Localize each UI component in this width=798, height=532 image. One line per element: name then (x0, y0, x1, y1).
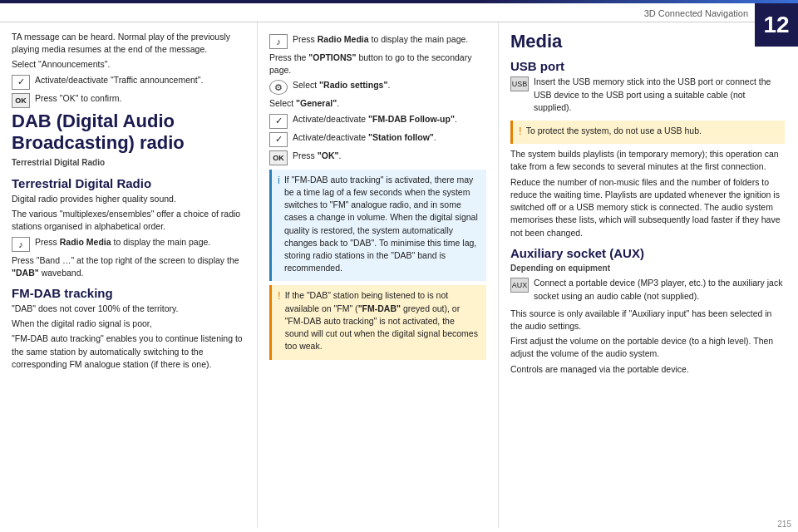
activate-fmdab-row: ✓ Activate/deactivate "FM-DAB Follow-up"… (269, 113, 486, 129)
warning-box-fmdab: ! If the "DAB" station being listened to… (269, 285, 486, 359)
ok-row: OK Press "OK" to confirm. (12, 92, 245, 108)
media-title: Media (510, 31, 785, 52)
info-icon: i (278, 173, 280, 188)
check-icon-fmdab: ✓ (269, 114, 288, 129)
middle-column: ♪ Press Radio Media to display the main … (258, 22, 499, 528)
aux-desc2: This source is only available if "Auxili… (510, 308, 785, 332)
aux-title: Auxiliary socket (AUX) (510, 246, 785, 260)
settings-icon: ⚙ (269, 80, 288, 95)
page-number: 215 (777, 520, 791, 528)
ok-icon-confirm: OK (12, 93, 30, 108)
press-ok-mid-row: OK Press "OK". (269, 150, 486, 165)
usb-icon: USB (510, 76, 529, 91)
traffic-row: ✓ Activate/deactivate "Traffic announcem… (12, 74, 245, 90)
activate-station-follow: Activate/deactivate "Station follow". (293, 131, 436, 144)
warning-text-fmdab: If the "DAB" station being listened to i… (285, 289, 480, 352)
warning-icon-usb: ! (519, 124, 522, 139)
select-radio-settings: Select "Radio settings". (293, 79, 390, 91)
fmdab-desc2: When the digital radio signal is poor, (12, 318, 245, 330)
press-band: Press "Band …" at the top right of the s… (12, 254, 245, 279)
aux-icon: AUX (510, 278, 529, 293)
activate-station-row: ✓ Activate/deactivate "Station follow". (269, 131, 486, 147)
info-text-fmdab: If "FM-DAB auto tracking" is activated, … (284, 174, 480, 275)
press-radio-media-left: Press Radio Media to display the main pa… (35, 236, 210, 249)
activate-fmdab: Activate/deactivate "FM-DAB Follow-up". (293, 113, 457, 126)
chapter-number: 12 (755, 3, 798, 47)
music-icon-radio: ♪ (12, 237, 30, 252)
intro-text: TA message can be heard. Normal play of … (12, 31, 245, 56)
aux-desc3: First adjust the volume on the portable … (510, 335, 785, 360)
press-options: Press the "OPTIONS" button to go to the … (269, 52, 486, 76)
warning-icon: ! (278, 288, 281, 303)
usb-desc2: The system builds playlists (in temporar… (510, 148, 785, 173)
digital-radio-desc1: Digital radio provides higher quality so… (12, 193, 245, 205)
header-title: 3D Connected Navigation (644, 8, 748, 18)
digital-radio-desc2: The various "multiplexes/ensembles" offe… (12, 208, 245, 233)
aux-subtitle: Depending on equipment (510, 263, 785, 275)
usb-desc1: Insert the USB memory stick into the USB… (534, 76, 785, 114)
usb-title: USB port (510, 59, 785, 73)
dab-title: DAB (Digital Audio Broadcasting) radio (12, 111, 245, 155)
select-radio-settings-row: ⚙ Select "Radio settings". (269, 79, 486, 95)
aux-desc4: Controls are managed via the portable de… (510, 363, 785, 376)
activate-traffic: Activate/deactivate "Traffic announcemen… (35, 74, 203, 86)
usb-desc3: Reduce the number of non-music files and… (510, 176, 785, 239)
press-radio-media-row: ♪ Press Radio Media to display the main … (12, 236, 245, 252)
warning-box-usb: ! To protect the system, do not use a US… (510, 121, 785, 144)
press-radio-media-mid-row: ♪ Press Radio Media to display the main … (269, 33, 486, 49)
select-general: Select "General". (269, 97, 486, 110)
aux-connect-row: AUX Connect a portable device (MP3 playe… (510, 277, 785, 304)
content-area: TA message can be heard. Normal play of … (0, 22, 798, 528)
right-column: Media USB port USB Insert the USB memory… (499, 22, 796, 528)
terrestrial-label: Terrestrial Digital Radio (12, 157, 245, 170)
aux-desc1: Connect a portable device (MP3 player, e… (534, 277, 785, 302)
info-box-fmdab: i If "FM-DAB auto tracking" is activated… (269, 170, 486, 282)
left-column: TA message can be heard. Normal play of … (0, 22, 258, 528)
check-icon-traffic: ✓ (12, 75, 30, 90)
page-header: 3D Connected Navigation 12 (0, 3, 798, 22)
fmdab-desc3: "FM-DAB auto tracking" enables you to co… (12, 332, 245, 371)
check-icon-station: ✓ (269, 132, 288, 147)
select-announcements: Select "Announcements". (12, 58, 245, 71)
press-radio-media-mid: Press Radio Media to display the main pa… (293, 33, 468, 46)
press-ok-mid: Press "OK". (293, 150, 341, 162)
fmdab-desc1: "DAB" does not cover 100% of the territo… (12, 303, 245, 315)
press-ok: Press "OK" to confirm. (35, 92, 121, 105)
music-icon-mid: ♪ (269, 34, 288, 49)
usb-warning: To protect the system, do not use a USB … (526, 125, 702, 137)
usb-insert-row: USB Insert the USB memory stick into the… (510, 76, 785, 116)
terrestrial-title: Terrestrial Digital Radio (12, 176, 245, 190)
ok-icon-mid: OK (269, 150, 288, 165)
fmdab-title: FM-DAB tracking (12, 286, 245, 300)
